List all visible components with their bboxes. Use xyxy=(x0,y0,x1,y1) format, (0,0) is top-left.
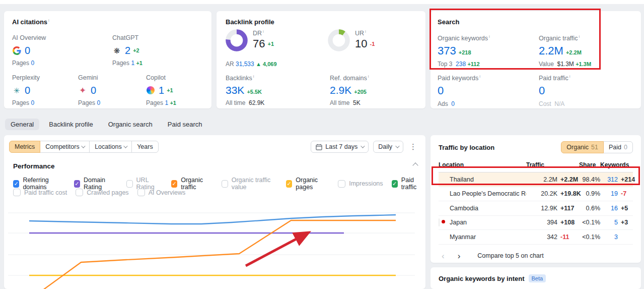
backlink-profile-card: Backlink profile DRi 76+1 AR 31,533 ▲ 4,… xyxy=(217,11,425,108)
keywords-link[interactable]: 3 xyxy=(600,230,618,245)
checkbox-organic-traffic-value[interactable]: Organic traffic value xyxy=(222,177,277,191)
table-row-cambodia[interactable]: Cambodia 12.9K +117 0.6% 16 +5 xyxy=(439,201,633,216)
organic-keywords-by-intent-card: Organic keywords by intent Beta xyxy=(431,267,641,289)
years-button[interactable]: Years xyxy=(131,141,159,153)
intent-title: Organic keywords by intent xyxy=(439,275,525,282)
stat-perplexity: Perplexity ✳0 Pages 0 xyxy=(12,74,40,106)
top3-link[interactable]: 238 xyxy=(456,61,466,68)
chevron-down-icon xyxy=(361,144,365,148)
paid-keywords-block: Paid keywordsi 0 Ads 0 xyxy=(438,74,480,107)
info-icon: i xyxy=(368,74,369,79)
tab-organic-search[interactable]: Organic search xyxy=(103,119,158,130)
table-row-laos[interactable]: Lao People's Democratic Reput 20.2K +19.… xyxy=(439,187,633,201)
checkbox-impressions[interactable]: Impressions xyxy=(338,180,383,188)
locations-dropdown[interactable]: Locations xyxy=(89,141,132,153)
stat-value[interactable]: 0 xyxy=(91,85,96,96)
top-strip xyxy=(0,0,644,4)
tab-paid-search[interactable]: Paid search xyxy=(162,119,208,130)
google-icon xyxy=(12,46,21,55)
stat-value[interactable]: 0 xyxy=(25,45,30,56)
search-card: Search Organic keywordsi 373+218 Top 3 2… xyxy=(431,11,641,108)
checkbox-paid-traffic[interactable]: ✓Paid traffic xyxy=(392,177,425,191)
tab-general[interactable]: General xyxy=(5,119,39,130)
granularity-dropdown[interactable]: Daily xyxy=(373,141,403,153)
table-row-japan[interactable]: Japan 394 +108 <0.1% 5 +3 xyxy=(439,215,633,230)
chart-toolbar-right: Last 7 days Daily ⋮ xyxy=(311,141,418,153)
beta-badge: Beta xyxy=(529,274,546,282)
ur-block: URi 10-1 xyxy=(328,29,375,51)
location-pager: ‹ › Compare top 5 on chart xyxy=(439,252,633,260)
ads-link[interactable]: 0 xyxy=(451,100,455,107)
info-icon: i xyxy=(479,74,480,79)
stat-ai-overview: AI Overview 0 Pages 0 xyxy=(12,34,46,67)
keywords-link[interactable]: 19 xyxy=(600,187,618,201)
checkbox-organic-pages[interactable]: ✓Organic pages xyxy=(286,177,329,191)
checkbox xyxy=(13,189,21,196)
col-share[interactable]: Share xyxy=(579,159,600,172)
metric-checkbox-row-2: Paid traffic cost Crawled pages AI Overv… xyxy=(13,189,185,196)
gemini-icon: ✦ xyxy=(78,86,87,95)
performance-title: Performance xyxy=(13,162,55,170)
organic-keywords-value[interactable]: 373 xyxy=(438,44,456,57)
info-icon: i xyxy=(569,74,570,79)
tab-backlink-profile[interactable]: Backlink profile xyxy=(43,119,98,130)
annotation-arrow xyxy=(246,234,306,266)
organic-paid-toggle: Organic51 Paid0 xyxy=(561,141,633,153)
stat-chatgpt: ChatGPT ❋2+2 Pages 1 +1 xyxy=(112,34,142,67)
ref-domains-value[interactable]: 2.9K xyxy=(330,84,351,96)
ai-citations-title: AI citationsi xyxy=(12,18,203,26)
keywords-link[interactable]: 16 xyxy=(600,201,618,216)
copilot-icon xyxy=(146,86,155,94)
paid-traffic-value[interactable]: 0 xyxy=(539,84,545,97)
checkbox-ai-overviews[interactable]: AI Overviews xyxy=(137,189,186,196)
toggle-paid[interactable]: Paid0 xyxy=(603,141,633,153)
pages-link[interactable]: 0 xyxy=(97,99,100,106)
col-traffic[interactable]: Traffic xyxy=(526,159,557,172)
pages-link[interactable]: 0 xyxy=(31,99,34,106)
ar-value-link[interactable]: 31,533 xyxy=(236,61,254,68)
competitors-dropdown[interactable]: Competitors xyxy=(40,141,90,153)
stat-gemini: Gemini ✦0 Pages 0 xyxy=(78,74,100,106)
toggle-organic[interactable]: Organic51 xyxy=(561,141,604,153)
info-icon: i xyxy=(48,18,49,23)
date-range-dropdown[interactable]: Last 7 days xyxy=(311,141,369,153)
checkbox xyxy=(126,180,133,188)
col-keywords[interactable]: Keywords xyxy=(600,159,633,172)
checkbox: ✓ xyxy=(286,180,292,188)
organic-traffic-value[interactable]: 2.2M xyxy=(539,44,563,57)
compare-note[interactable]: Compare top 5 on chart xyxy=(477,252,543,259)
pages-link[interactable]: 1 xyxy=(165,99,168,106)
table-row-thailand[interactable]: Thailand 2.2M +2.2M 98.4% 312 +214 xyxy=(439,172,633,187)
stat-value[interactable]: 2 xyxy=(125,45,130,56)
pages-link[interactable]: 0 xyxy=(31,60,34,67)
backlink-profile-title: Backlink profile xyxy=(226,18,416,26)
chevron-down-icon xyxy=(81,144,85,148)
organic-keywords-block: Organic keywordsi 373+218 Top 3 238 +112 xyxy=(438,34,490,68)
stat-value[interactable]: 1 xyxy=(159,85,164,96)
checkbox: ✓ xyxy=(74,180,80,188)
next-page-icon[interactable]: › xyxy=(455,252,464,260)
table-row-myanmar[interactable]: Myanmar 342 -11 <0.1% 3 xyxy=(439,230,633,245)
ai-citations-card: AI citationsi AI Overview 0 Pages 0 Chat… xyxy=(4,11,211,108)
traffic-by-location-card: Traffic by location Organic51 Paid0 Loca… xyxy=(431,135,641,263)
location-table-header: Location Traffic Share Keywords xyxy=(439,159,633,172)
checkbox-crawled-pages[interactable]: Crawled pages xyxy=(76,189,128,196)
metrics-button[interactable]: Metrics xyxy=(9,141,40,153)
chart-toolbar: Metrics Competitors Locations Years xyxy=(9,141,159,153)
stat-value[interactable]: 0 xyxy=(25,85,30,96)
collapse-chevron-icon[interactable] xyxy=(412,162,418,168)
performance-chart[interactable] xyxy=(8,197,422,289)
prev-page-icon[interactable]: ‹ xyxy=(439,252,448,260)
checkbox-paid-traffic-cost[interactable]: Paid traffic cost xyxy=(13,189,67,196)
keywords-link[interactable]: 5 xyxy=(600,215,618,230)
info-icon: i xyxy=(263,29,264,34)
pages-link[interactable]: 1 xyxy=(131,60,134,67)
col-location[interactable]: Location xyxy=(439,159,526,172)
kebab-menu-icon[interactable]: ⋮ xyxy=(408,142,418,151)
info-icon: i xyxy=(253,74,254,79)
backlinks-value[interactable]: 33K xyxy=(226,84,244,96)
paid-keywords-value[interactable]: 0 xyxy=(438,84,444,97)
chevron-down-icon xyxy=(123,144,127,148)
checkbox: ✓ xyxy=(171,180,177,188)
keywords-link[interactable]: 312 xyxy=(600,172,618,187)
